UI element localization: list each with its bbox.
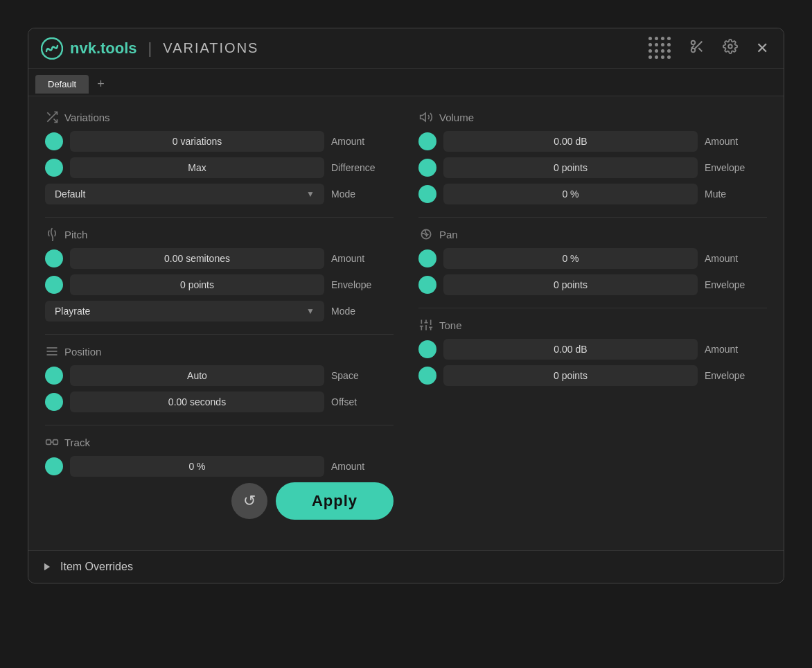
tone-env-row: 0 points Envelope — [418, 365, 767, 386]
pan-amount-label: Amount — [705, 253, 767, 264]
pitch-env-value[interactable]: 0 points — [70, 274, 324, 295]
svg-marker-27 — [44, 563, 50, 571]
variations-mode-label: Mode — [331, 188, 394, 200]
item-overrides-bar[interactable]: Item Overrides — [28, 550, 784, 583]
volume-mute-dot[interactable] — [418, 185, 436, 203]
pan-amount-value[interactable]: 0 % — [443, 248, 698, 269]
separator-3 — [45, 425, 394, 425]
variations-dropdown-arrow: ▼ — [306, 189, 315, 199]
pitch-amount-row: 0.00 semitones Amount — [45, 248, 394, 269]
pitch-section: Pitch 0.00 semitones Amount 0 points Env… — [45, 227, 394, 322]
tone-amount-dot[interactable] — [418, 340, 436, 358]
volume-env-row: 0 points Envelope — [418, 157, 767, 178]
position-offset-row: 0.00 seconds Offset — [45, 392, 394, 412]
position-header: Position — [45, 344, 394, 358]
volume-amount-dot[interactable] — [418, 132, 436, 150]
volume-title: Volume — [439, 112, 474, 123]
two-column-layout: Variations 0 variations Amount Max Diffe… — [45, 110, 767, 532]
pitch-mode-row: Playrate ▼ Mode — [45, 301, 394, 322]
app-window: nvk.tools | VARIATIONS — [28, 28, 784, 583]
svg-rect-14 — [53, 440, 58, 445]
position-offset-value[interactable]: 0.00 seconds — [70, 392, 324, 412]
track-amount-dot[interactable] — [45, 457, 63, 475]
position-space-row: Auto Space — [45, 365, 394, 386]
pitch-env-label: Envelope — [331, 279, 394, 290]
svg-point-6 — [728, 44, 732, 49]
reset-button[interactable]: ↺ — [231, 483, 267, 519]
tone-title: Tone — [439, 319, 462, 331]
pan-amount-dot[interactable] — [418, 249, 436, 267]
pan-amount-row: 0 % Amount — [418, 248, 767, 269]
position-offset-dot[interactable] — [45, 393, 63, 411]
tone-env-label: Envelope — [705, 370, 767, 381]
pan-env-dot[interactable] — [418, 276, 436, 294]
svg-point-17 — [421, 229, 430, 238]
pitch-amount-value[interactable]: 0.00 semitones — [70, 248, 324, 269]
volume-mute-row: 0 % Mute — [418, 184, 767, 204]
gear-icon — [723, 39, 738, 54]
settings-icon-button[interactable] — [720, 37, 741, 59]
left-column: Variations 0 variations Amount Max Diffe… — [45, 110, 394, 532]
variations-diff-value[interactable]: Max — [70, 157, 324, 178]
volume-env-value[interactable]: 0 points — [443, 157, 698, 178]
title-bar: nvk.tools | VARIATIONS — [28, 28, 784, 69]
svg-line-4 — [698, 48, 702, 51]
pan-env-value[interactable]: 0 points — [443, 274, 698, 295]
variations-amount-dot[interactable] — [45, 132, 63, 150]
tone-amount-value[interactable]: 0.00 dB — [443, 339, 698, 360]
svg-point-1 — [691, 41, 696, 45]
grid-dots-icon — [648, 37, 671, 60]
item-overrides-label: Item Overrides — [60, 561, 133, 573]
variations-mode-dropdown[interactable]: Default ▼ — [45, 184, 324, 204]
pitch-title: Pitch — [64, 229, 87, 240]
tone-env-value[interactable]: 0 points — [443, 365, 698, 386]
track-section: Track 0 % Amount ↺ Apply — [45, 435, 394, 520]
track-amount-value[interactable]: 0 % — [70, 456, 324, 477]
pitch-amount-dot[interactable] — [45, 249, 63, 267]
variations-amount-label: Amount — [331, 136, 394, 147]
pan-header: Pan — [418, 227, 767, 241]
volume-amount-label: Amount — [705, 136, 767, 147]
main-content: Variations 0 variations Amount Max Diffe… — [28, 96, 784, 543]
variations-header: Variations — [45, 110, 394, 124]
svg-line-9 — [47, 112, 50, 115]
svg-marker-16 — [421, 113, 426, 121]
position-title: Position — [64, 346, 101, 358]
add-tab-button[interactable]: + — [91, 73, 110, 96]
position-offset-label: Offset — [331, 396, 394, 407]
tone-header: Tone — [418, 318, 767, 332]
variations-mode-value: Default — [55, 188, 85, 200]
play-icon — [42, 562, 52, 572]
position-space-value[interactable]: Auto — [70, 365, 324, 386]
track-amount-label: Amount — [331, 461, 394, 472]
track-header: Track — [45, 435, 394, 449]
pitch-amount-label: Amount — [331, 253, 394, 264]
volume-mute-value[interactable]: 0 % — [443, 184, 698, 204]
grid-icon-button[interactable] — [646, 35, 674, 61]
track-amount-row: 0 % Amount — [45, 456, 394, 477]
pitch-dropdown-arrow: ▼ — [306, 306, 315, 316]
variations-mode-row: Default ▼ Mode — [45, 184, 394, 204]
app-logo — [41, 37, 63, 60]
svg-point-2 — [691, 49, 696, 53]
apply-button[interactable]: Apply — [276, 482, 394, 520]
pitch-env-dot[interactable] — [45, 276, 63, 294]
variations-title: Variations — [64, 112, 110, 123]
variations-diff-dot[interactable] — [45, 159, 63, 177]
tab-default[interactable]: Default — [35, 75, 89, 94]
tone-env-dot[interactable] — [418, 367, 436, 385]
variations-amount-value[interactable]: 0 variations — [70, 131, 324, 152]
close-button[interactable]: ✕ — [753, 38, 771, 59]
volume-amount-row: 0.00 dB Amount — [418, 131, 767, 152]
volume-amount-value[interactable]: 0.00 dB — [443, 131, 698, 152]
pitch-mode-label: Mode — [331, 306, 394, 317]
volume-header: Volume — [418, 110, 767, 124]
separator-2 — [45, 334, 394, 335]
title-divider: | — [148, 39, 152, 58]
volume-icon — [418, 110, 434, 124]
scissors-icon-button[interactable] — [687, 37, 707, 59]
pitch-mode-dropdown[interactable]: Playrate ▼ — [45, 301, 324, 322]
tone-amount-row: 0.00 dB Amount — [418, 339, 767, 360]
position-space-dot[interactable] — [45, 367, 63, 385]
volume-env-dot[interactable] — [418, 159, 436, 177]
